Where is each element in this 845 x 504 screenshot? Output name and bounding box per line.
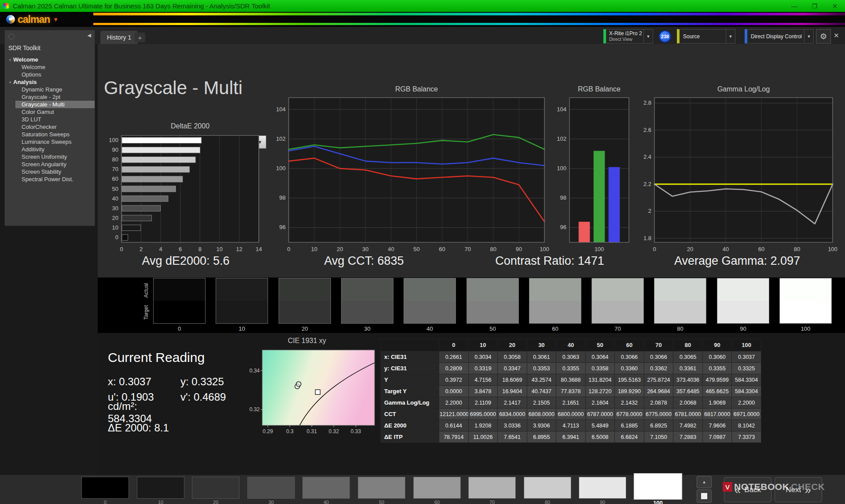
sidebar-item-saturation-sweeps[interactable]: Saturation Sweeps — [15, 131, 95, 138]
close-workspace-icon[interactable]: ✕ — [834, 32, 839, 40]
table-cell: 1.9208 — [468, 420, 498, 431]
svg-text:100: 100 — [109, 137, 118, 143]
table-cell: 131.8204 — [585, 374, 615, 386]
sidebar-item-color-gamut[interactable]: Color Gamut — [15, 108, 95, 116]
display-control-dropdown[interactable]: Direct Display Control ▼ — [745, 29, 814, 44]
svg-text:96: 96 — [560, 224, 566, 230]
pattern-patch-80[interactable] — [524, 477, 571, 498]
sidebar-item-spectral-power-dist[interactable]: Spectral Power Dist. — [15, 175, 95, 183]
table-cell: 0.3034 — [468, 351, 498, 363]
pattern-patch-30[interactable] — [248, 477, 294, 498]
sidebar-item-screen-angularity[interactable]: Screen Angularity — [15, 161, 95, 168]
meter-status-badge[interactable]: 238 — [659, 30, 671, 43]
rgb-balance-bars-title: RGB Balance — [569, 85, 629, 93]
sidebar-item-label: Welcome — [22, 64, 45, 70]
sidebar-item-grayscale-2pt[interactable]: Grayscale - 2pt — [15, 93, 95, 101]
table-cell: 80.3688 — [556, 374, 586, 386]
svg-text:2.2: 2.2 — [643, 181, 651, 187]
sidebar-item-3d-lut[interactable]: 3D LUT — [15, 116, 95, 123]
svg-text:96: 96 — [279, 224, 286, 230]
sidebar-item-analysis[interactable]: ▾Analysis — [5, 78, 95, 86]
meter-dropdown[interactable]: X-Rite i1Pro 2 Direct View ▼ — [603, 29, 653, 44]
svg-text:102: 102 — [276, 135, 286, 142]
add-tab-button[interactable]: + — [135, 33, 145, 42]
svg-text:0: 0 — [115, 234, 118, 241]
sidebar-item-colorchecker[interactable]: ColorChecker — [15, 123, 95, 131]
sidebar-item-additivity[interactable]: Additivity — [15, 146, 95, 153]
table-cell: 78.7914 — [439, 431, 469, 443]
table-cell: 6.6824 — [615, 431, 644, 443]
swatch-actual — [717, 278, 769, 301]
sidebar-item-welcome[interactable]: ▾Welcome — [5, 56, 95, 63]
table-cell: 7.0987 — [702, 431, 732, 443]
sidebar-item-label: Dynamic Range — [22, 86, 62, 93]
table-row-label: ΔE 2000 — [381, 420, 439, 431]
minimize-button[interactable]: — — [784, 0, 805, 12]
settings-gear-icon[interactable]: ⚙ — [816, 29, 831, 44]
table-cell: 6781.0000 — [673, 409, 703, 420]
source-dropdown[interactable]: Source ▼ — [677, 29, 735, 44]
sidebar-item-options[interactable]: Options — [15, 71, 95, 78]
back-button[interactable]: « Back — [724, 477, 772, 502]
table-row: Y0.39724.715618.606943.257480.3688131.82… — [381, 374, 761, 386]
svg-text:0.32: 0.32 — [329, 428, 339, 435]
panel-menu-icon[interactable] — [8, 33, 15, 40]
pattern-patch-10[interactable] — [137, 477, 184, 498]
table-cell: 43.2574 — [527, 374, 556, 386]
svg-text:10: 10 — [112, 224, 118, 231]
next-button[interactable]: Next » — [775, 477, 822, 502]
measurement-table: 0102030405060708090100x: CIE310.26610.30… — [380, 339, 761, 443]
table-cell: 8.1042 — [732, 420, 761, 431]
tree-expand-icon[interactable]: ▾ — [9, 58, 11, 62]
pattern-square-icon — [701, 493, 707, 499]
swatch-cell-60 — [529, 278, 581, 323]
table-cell: 1.9069 — [702, 397, 732, 409]
pattern-patch-60[interactable] — [414, 477, 460, 498]
table-cell: 189.9290 — [615, 386, 644, 397]
close-button[interactable]: ✕ — [825, 0, 845, 12]
svg-text:14: 14 — [256, 246, 262, 252]
svg-text:20: 20 — [112, 215, 118, 221]
table-row: ΔE ITP78.791411.00267.65416.89556.39416.… — [381, 431, 761, 443]
pattern-patch-90[interactable] — [579, 477, 626, 498]
svg-text:10: 10 — [311, 246, 317, 252]
pattern-patch-20[interactable] — [192, 477, 239, 498]
pattern-patch-100[interactable] — [635, 474, 681, 499]
pattern-patch-70[interactable] — [469, 477, 515, 498]
contrast-ratio-stat: Contrast Ratio: 1471 — [462, 254, 638, 268]
svg-text:0.33: 0.33 — [351, 428, 361, 435]
sidebar-item-screen-stability[interactable]: Screen Stability — [15, 168, 95, 175]
calman-logo[interactable]: calman ▼ — [0, 12, 93, 27]
sdr-toolkit-panel: ◀ SDR Toolkit ▾WelcomeWelcomeOptions▾Ana… — [4, 30, 95, 226]
table-cell: 373.4036 — [673, 374, 703, 386]
table-cell: 7.1050 — [644, 431, 673, 443]
logo-menu-caret-icon[interactable]: ▼ — [53, 16, 59, 23]
sidebar-item-screen-uniformity[interactable]: Screen Uniformity — [15, 153, 95, 161]
table-cell: 0.3066 — [644, 351, 673, 363]
tree-expand-icon[interactable]: ▾ — [9, 80, 11, 84]
sidebar-item-dynamic-range[interactable]: Dynamic Range — [15, 86, 95, 93]
pattern-window-button[interactable] — [697, 489, 712, 503]
current-reading-title: Current Reading — [108, 350, 205, 365]
table-cell: 7.6541 — [498, 431, 527, 443]
sidebar-item-label: Saturation Sweeps — [22, 131, 70, 138]
svg-text:70: 70 — [464, 246, 470, 252]
current-reading-line: cd/m²: 584.3304 — [108, 405, 226, 420]
sidebar-item-welcome[interactable]: Welcome — [15, 63, 95, 71]
sidebar-item-luminance-sweeps[interactable]: Luminance Sweeps — [15, 138, 95, 146]
current-reading-line: x: 0.3037y: 0.3325 — [108, 374, 226, 389]
sidebar-item-grayscale-multi[interactable]: Grayscale - Multi — [15, 101, 95, 108]
pattern-up-button[interactable]: ▲ — [697, 476, 712, 488]
maximize-button[interactable]: ❐ — [805, 0, 825, 12]
pattern-patch-40[interactable] — [303, 477, 349, 498]
tab-history-1[interactable]: History 1 — [100, 31, 138, 44]
swatch-target — [592, 301, 643, 323]
app-window: Calman 2025 Calman Ultimate for Business… — [0, 0, 845, 504]
pattern-patch-50[interactable] — [358, 477, 405, 498]
table-cell: 4.7113 — [556, 420, 586, 431]
pattern-patch-0[interactable] — [82, 477, 129, 498]
collapse-sidebar-icon[interactable]: ◀ — [88, 33, 91, 38]
svg-text:80: 80 — [794, 246, 800, 252]
table-cell: 18.6069 — [498, 374, 527, 386]
calman-swirl-icon — [6, 15, 15, 24]
